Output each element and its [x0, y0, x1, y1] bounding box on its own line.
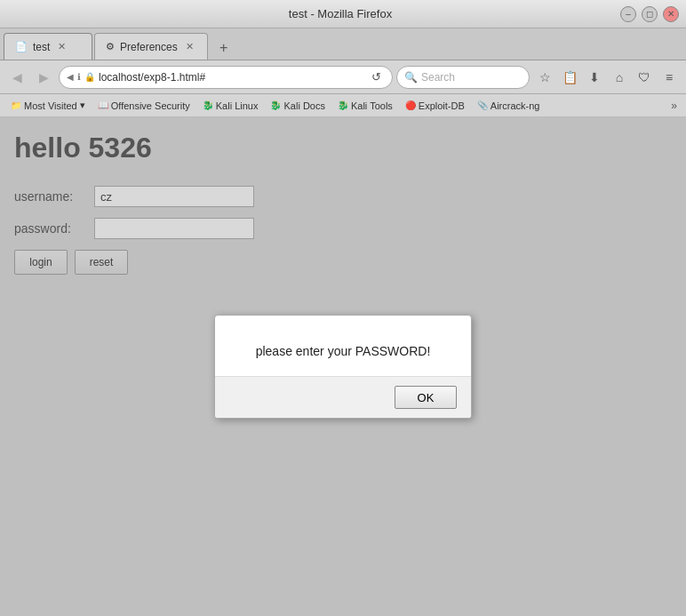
bookmark-kali-docs-label: Kali Docs	[283, 100, 324, 111]
bookmark-most-visited-arrow: ▾	[80, 100, 85, 111]
bookmark-exploit-db-icon: 🔴	[405, 100, 416, 110]
bookmark-kali-tools-label: Kali Tools	[351, 100, 393, 111]
back-nav-icon: ◀	[67, 72, 74, 82]
bookmark-exploit-db-label: Exploit-DB	[419, 100, 465, 111]
window-title: test - Mozilla Firefox	[60, 7, 620, 20]
bookmark-exploit-db[interactable]: 🔴 Exploit-DB	[400, 99, 470, 113]
bookmark-aircrack-ng[interactable]: 📎 Aircrack-ng	[472, 99, 546, 113]
bookmark-aircrack-ng-label: Aircrack-ng	[491, 100, 540, 111]
bookmark-offensive-security-icon: 📖	[98, 100, 108, 110]
tab-test[interactable]: 📄 test ✕	[4, 33, 92, 60]
modal-message: please enter your PASSWORD!	[256, 344, 431, 358]
info-icon: ℹ	[77, 72, 81, 82]
address-bar[interactable]: ◀ ℹ 🔒 localhost/exp8-1.html# ↺	[59, 66, 393, 89]
modal-body: please enter your PASSWORD!	[215, 316, 471, 376]
modal-overlay: please enter your PASSWORD! OK	[0, 117, 686, 616]
bookmark-most-visited[interactable]: 📁 Most Visited ▾	[5, 98, 91, 113]
bookmark-kali-linux-label: Kali Linux	[216, 100, 259, 111]
tab-preferences-label: Preferences	[120, 41, 178, 53]
modal-ok-button[interactable]: OK	[395, 386, 457, 409]
bookmark-offensive-security-label: Offensive Security	[111, 100, 190, 111]
tab-test-icon: 📄	[15, 41, 28, 52]
bookmark-aircrack-ng-icon: 📎	[477, 100, 488, 110]
close-button[interactable]: ✕	[663, 6, 679, 22]
title-bar: test - Mozilla Firefox – ◻ ✕	[0, 0, 686, 28]
bookmark-offensive-security[interactable]: 📖 Offensive Security	[92, 99, 195, 113]
minimize-button[interactable]: –	[620, 6, 636, 22]
bookmark-kali-docs-icon: 🐉	[270, 100, 281, 110]
bookmarks-more-button[interactable]: »	[667, 98, 681, 114]
forward-button[interactable]: ▶	[32, 66, 55, 89]
bookmark-star-button[interactable]: ☆	[533, 66, 556, 89]
bookmark-kali-tools[interactable]: 🐉 Kali Tools	[332, 99, 398, 113]
bookmark-kali-linux[interactable]: 🐉 Kali Linux	[197, 99, 264, 113]
tab-preferences-icon: ⚙	[106, 41, 115, 52]
modal-dialog: please enter your PASSWORD! OK	[214, 315, 472, 419]
reload-button[interactable]: ↺	[368, 70, 385, 84]
modal-footer: OK	[215, 376, 471, 418]
window-controls: – ◻ ✕	[620, 6, 679, 22]
download-button[interactable]: ⬇	[583, 66, 606, 89]
bookmarks-bar: 📁 Most Visited ▾ 📖 Offensive Security 🐉 …	[0, 94, 686, 117]
bookmark-kali-tools-icon: 🐉	[338, 100, 348, 110]
page-content: hello 5326 username: password: login res…	[0, 117, 686, 616]
bookmark-most-visited-label: Most Visited	[24, 100, 77, 111]
search-box[interactable]: 🔍 Search	[396, 66, 530, 89]
shield-button[interactable]: 🛡	[633, 66, 656, 89]
restore-button[interactable]: ◻	[642, 6, 658, 22]
menu-button[interactable]: ≡	[658, 66, 681, 89]
bookmark-kali-docs[interactable]: 🐉 Kali Docs	[265, 99, 330, 113]
bookmark-most-visited-icon: 📁	[11, 100, 21, 110]
search-placeholder: Search	[421, 71, 455, 84]
lock-icon: 🔒	[84, 72, 95, 82]
nav-bar: ◀ ▶ ◀ ℹ 🔒 localhost/exp8-1.html# ↺ 🔍 Sea…	[0, 60, 686, 94]
tab-preferences[interactable]: ⚙ Preferences ✕	[94, 33, 208, 60]
pdf-button[interactable]: 📋	[558, 66, 581, 89]
nav-action-buttons: ☆ 📋 ⬇ ⌂ 🛡 ≡	[533, 66, 681, 89]
back-button[interactable]: ◀	[5, 66, 28, 89]
tab-test-label: test	[33, 41, 50, 53]
new-tab-button[interactable]: +	[211, 36, 236, 60]
tab-preferences-close[interactable]: ✕	[183, 40, 196, 53]
search-icon: 🔍	[404, 71, 418, 84]
browser-window: test - Mozilla Firefox – ◻ ✕ 📄 test ✕ ⚙ …	[0, 0, 686, 616]
address-text: localhost/exp8-1.html#	[99, 71, 364, 84]
tab-bar: 📄 test ✕ ⚙ Preferences ✕ +	[0, 28, 686, 60]
home-button[interactable]: ⌂	[608, 66, 631, 89]
bookmark-kali-linux-icon: 🐉	[203, 100, 213, 110]
tab-test-close[interactable]: ✕	[55, 40, 68, 53]
